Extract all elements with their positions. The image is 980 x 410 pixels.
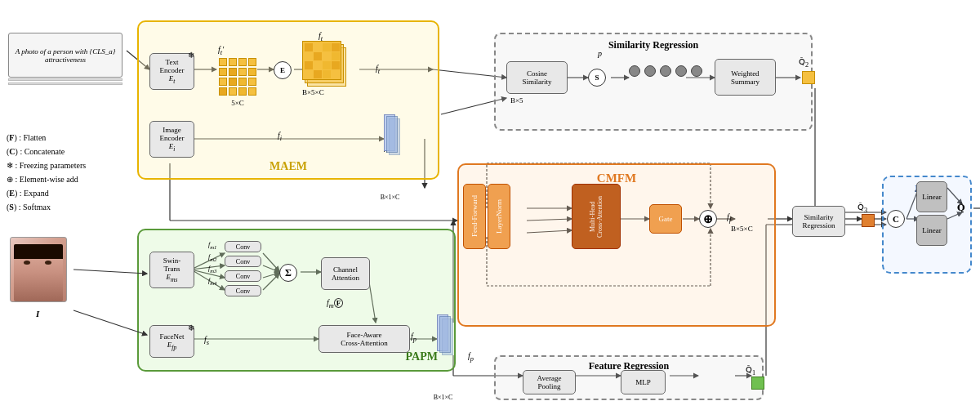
text-stack bbox=[8, 78, 122, 87]
sum-icon: Σ bbox=[285, 267, 292, 279]
input-text-label: A photo of a person with {CLS_a} attract… bbox=[12, 47, 118, 64]
q2-hat-label: Q̂2 bbox=[799, 57, 808, 69]
fp-label: fp bbox=[411, 332, 416, 343]
multi-head-box: Multi-HeadCross-Attention bbox=[572, 184, 621, 249]
input-text-box: A photo of a person with {CLS_a} attract… bbox=[8, 33, 122, 78]
big-grid-label: B×5×C bbox=[302, 88, 324, 96]
image-encoder-box: ImageEncoderEi bbox=[149, 121, 194, 158]
legend-freeze: ❄ : Freezing parameters bbox=[7, 158, 86, 172]
text-encoder-label: TextEncoderEt bbox=[160, 58, 185, 85]
small-feat-grid: 5×C bbox=[216, 56, 259, 107]
gate-label: Gate bbox=[659, 215, 673, 223]
bx5-label: B×5 bbox=[510, 96, 523, 105]
cosine-similarity-box: CosineSimilarity bbox=[506, 61, 568, 94]
expand-op: E bbox=[274, 61, 292, 79]
conv1-box: Conv bbox=[225, 241, 261, 252]
face-aware-box: Face-AwareCross-Attention bbox=[318, 325, 410, 353]
fm4-label: fm4 bbox=[208, 277, 216, 286]
sim-reg-title: Similarity Regression bbox=[608, 39, 698, 51]
facenet-label: FaceNetEfp bbox=[160, 332, 185, 351]
softmax-op: S bbox=[588, 69, 606, 87]
q1-hat-label: Q̂1 bbox=[746, 365, 755, 377]
expand-icon: E bbox=[280, 66, 285, 74]
concat-icon: C bbox=[893, 214, 899, 224]
cosine-similarity-label: CosineSimilarity bbox=[523, 69, 552, 86]
facenet-freeze-icon: ❄ bbox=[188, 323, 194, 332]
fm3-label: fm3 bbox=[208, 265, 216, 274]
feed-forward-label: Feed-Forward bbox=[470, 196, 479, 238]
q2-hat-square bbox=[802, 71, 815, 84]
fi-label: fi bbox=[278, 131, 282, 142]
fi-feat-stack: B×1×C bbox=[384, 114, 400, 201]
weighted-summary-box: WeightedSummary bbox=[715, 59, 776, 96]
linear2-label: Linear bbox=[922, 226, 941, 234]
multi-head-label: Multi-HeadCross-Attention bbox=[589, 195, 604, 237]
sim-reg-mid-label: SimilarityRegression bbox=[803, 213, 835, 230]
fp-stack-label: B×1×C bbox=[433, 394, 453, 401]
svg-line-57 bbox=[74, 270, 147, 274]
fi-stack-label: B×1×C bbox=[380, 194, 400, 201]
papm-label: PAPM bbox=[406, 350, 438, 363]
ff-label: ff bbox=[727, 212, 731, 224]
fp-right-label: fp bbox=[468, 351, 474, 363]
avg-pooling-box: AveragePooling bbox=[523, 370, 576, 394]
fm1-label: fm1 bbox=[208, 241, 216, 250]
fm2-label: fm2 bbox=[208, 253, 216, 262]
q3-hat-label: Q̂3 bbox=[858, 203, 867, 214]
swin-trans-label: Swin-TransEms bbox=[155, 256, 189, 283]
q-hat-final-label: Q̂ bbox=[957, 203, 965, 213]
q1-hat-square bbox=[751, 377, 764, 390]
feed-forward-box: Feed-Forward bbox=[463, 184, 486, 249]
legend-add: ⊕ : Element-wise add bbox=[7, 172, 86, 186]
channel-attention-label: ChannelAttention bbox=[332, 265, 359, 282]
face-aware-label: Face-AwareCross-Attention bbox=[341, 331, 388, 347]
legend-flatten: (F) : Flatten bbox=[7, 131, 86, 145]
conv-blocks: Conv Conv Conv Conv bbox=[225, 241, 261, 296]
swin-trans-box: Swin-TransEms bbox=[149, 252, 194, 288]
linear1-label: Linear bbox=[922, 193, 941, 201]
big-feat-grid: B×5×C bbox=[302, 41, 324, 96]
legend: (F) : Flatten (C) : Concatenate ❄ : Free… bbox=[7, 131, 86, 214]
ff-dim-label: B×5×C bbox=[731, 225, 753, 233]
conv4-box: Conv bbox=[225, 285, 261, 296]
legend-expand: (E) : Expand bbox=[7, 186, 86, 200]
mlp-label: MLP bbox=[635, 378, 651, 386]
fm-f-label: fmF bbox=[327, 298, 343, 310]
add-icon: ⊕ bbox=[703, 212, 713, 226]
fc-nodes bbox=[629, 65, 702, 77]
layernorm-label: LayerNorm bbox=[495, 199, 503, 234]
weighted-summary-label: WeightedSummary bbox=[731, 69, 760, 86]
legend-softmax: (S) : Softmax bbox=[7, 200, 86, 214]
linear1-box: Linear bbox=[916, 181, 947, 212]
svg-line-58 bbox=[74, 310, 147, 335]
legend-concatenate: (C) : Concatenate bbox=[7, 145, 86, 158]
avg-pooling-label: AveragePooling bbox=[537, 374, 562, 390]
fs-label: fs bbox=[204, 335, 209, 346]
linear2-box: Linear bbox=[916, 215, 947, 246]
ft-right-label: ft bbox=[376, 64, 380, 75]
image-encoder-label: ImageEncoderEi bbox=[160, 126, 185, 153]
sim-reg-mid-box: SimilarityRegression bbox=[792, 206, 845, 237]
ft-prime-label: ft' bbox=[218, 45, 224, 56]
maem-label: MAEM bbox=[270, 160, 307, 173]
add-op: ⊕ bbox=[699, 210, 717, 228]
channel-attention-box: ChannelAttention bbox=[321, 257, 370, 290]
conv3-box: Conv bbox=[225, 270, 261, 282]
conv2-box: Conv bbox=[225, 256, 261, 267]
mlp-box: MLP bbox=[621, 370, 666, 394]
input-image bbox=[10, 237, 67, 302]
gate-box: Gate bbox=[649, 204, 682, 234]
fp-feat-stack: B×1×C bbox=[437, 314, 453, 401]
text-encoder-freeze-icon: ❄ bbox=[188, 51, 194, 60]
diagram: (F) : Flatten (C) : Concatenate ❄ : Free… bbox=[0, 0, 980, 410]
softmax-icon: S bbox=[595, 74, 599, 82]
fm-labels: fm1 fm2 fm3 fm4 bbox=[208, 241, 216, 285]
img-i-label: I bbox=[36, 309, 39, 319]
ft-label: ft bbox=[318, 31, 323, 42]
p-label: p bbox=[598, 49, 602, 58]
q3-hat-square bbox=[862, 214, 875, 227]
small-grid-label: 5×C bbox=[216, 99, 259, 107]
layernorm-box: LayerNorm bbox=[488, 184, 510, 249]
concat-op: C bbox=[887, 210, 905, 228]
sum-op: Σ bbox=[279, 264, 297, 282]
